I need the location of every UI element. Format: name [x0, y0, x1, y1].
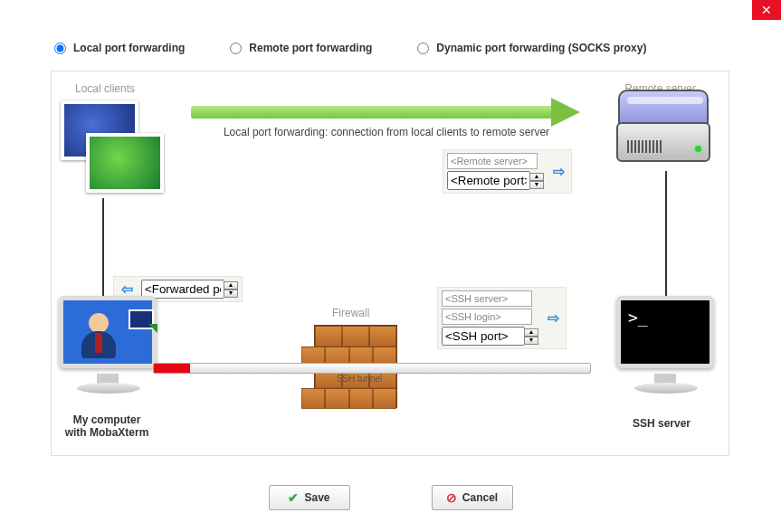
diagram-frame: Local clients Remote server Firewall Loc… — [51, 71, 729, 456]
cancel-icon: ⊘ — [446, 490, 457, 505]
remote-port-down[interactable]: ▼ — [529, 181, 544, 189]
radio-local-label: Local port forwarding — [73, 42, 185, 54]
remote-server-icon — [614, 90, 714, 171]
cancel-button-label: Cancel — [462, 491, 498, 504]
ssh-tunnel-label: SSH tunnel — [323, 374, 395, 384]
remote-port-input[interactable] — [447, 171, 530, 190]
remote-server-input[interactable] — [447, 153, 538, 169]
button-bar: ✔ Save ⊘ Cancel — [0, 485, 781, 510]
save-button-label: Save — [304, 491, 329, 504]
ssh-port-input[interactable] — [442, 327, 525, 346]
ssh-server-label: SSH server — [607, 417, 716, 430]
forwarded-port-up[interactable]: ▲ — [224, 281, 238, 290]
radio-remote-port-forwarding[interactable]: Remote port forwarding — [230, 42, 372, 54]
cancel-button[interactable]: ⊘ Cancel — [432, 485, 513, 510]
forwarded-port-down[interactable]: ▼ — [224, 290, 238, 298]
connector-remote-to-ssh — [665, 171, 667, 307]
firewall-label: Firewall — [332, 307, 369, 319]
save-button[interactable]: ✔ Save — [269, 485, 350, 510]
radio-dynamic-label: Dynamic port forwarding (SOCKS proxy) — [436, 42, 646, 54]
my-computer-icon — [53, 296, 162, 413]
ssh-server-input[interactable] — [442, 290, 532, 307]
radio-dynamic-port-forwarding[interactable]: Dynamic port forwarding (SOCKS proxy) — [417, 42, 646, 54]
remote-fields-group: ▲ ▼ ⇨ — [443, 149, 572, 194]
arrow-caption: Local port forwarding: connection from l… — [187, 126, 586, 138]
ssh-port-down[interactable]: ▼ — [524, 337, 538, 345]
radio-dynamic-input[interactable] — [417, 43, 429, 54]
my-computer-label: My computer with MobaXterm — [48, 413, 166, 439]
remote-port-up[interactable]: ▲ — [529, 173, 544, 181]
ssh-tunnel-progress — [154, 364, 190, 373]
radio-local-input[interactable] — [54, 43, 66, 54]
connector-local-to-mycomputer — [102, 198, 104, 305]
terminal-prompt-icon: >_ — [628, 308, 648, 327]
ssh-login-input[interactable] — [442, 309, 532, 325]
close-button[interactable]: ✕ — [752, 0, 781, 20]
ssh-fields-group: ▲ ▼ ⇨ — [437, 287, 567, 349]
forwarding-type-radios: Local port forwarding Remote port forwar… — [54, 42, 745, 54]
direction-arrow — [191, 102, 580, 122]
ssh-tunnel-bar — [153, 363, 591, 374]
arrow-left-icon: ⇦ — [118, 282, 136, 297]
radio-local-port-forwarding[interactable]: Local port forwarding — [54, 42, 185, 54]
arrow-right-icon: ⇨ — [549, 165, 567, 179]
close-icon: ✕ — [761, 3, 772, 17]
radio-remote-input[interactable] — [230, 43, 242, 54]
ssh-port-up[interactable]: ▲ — [524, 328, 538, 337]
ssh-server-icon: >_ — [611, 296, 719, 413]
check-icon: ✔ — [288, 490, 299, 505]
radio-remote-label: Remote port forwarding — [249, 42, 372, 54]
arrow-right-icon-2: ⇨ — [544, 311, 562, 326]
local-clients-label: Local clients — [75, 82, 135, 95]
local-clients-icon — [61, 100, 169, 200]
